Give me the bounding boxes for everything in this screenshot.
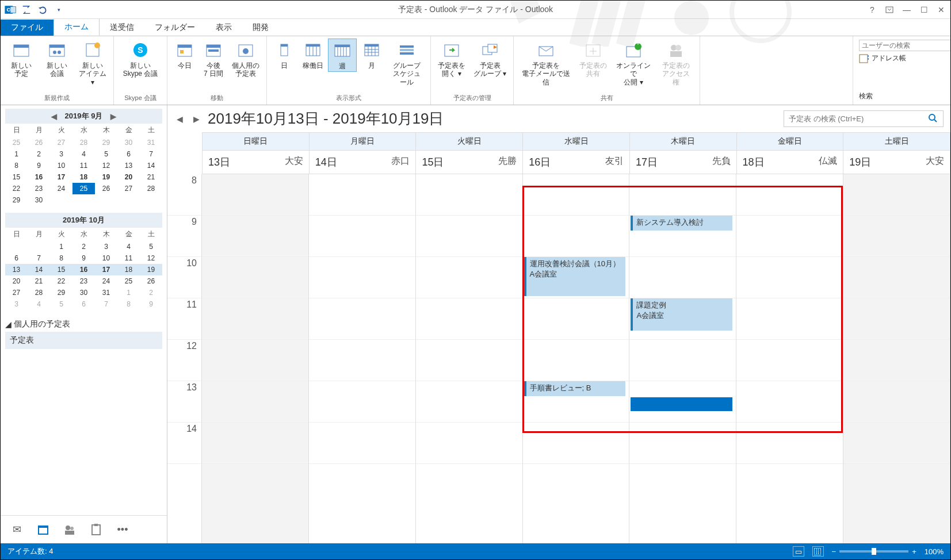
day-col-mon[interactable] (309, 174, 416, 543)
svg-point-66 (70, 527, 74, 530)
event-review[interactable]: 手順書レビュー; B (524, 381, 626, 396)
mail-nav-icon[interactable]: ✉ (10, 523, 24, 536)
ribbon-options-icon[interactable] (884, 4, 895, 16)
day-col-tue[interactable] (416, 174, 523, 543)
people-search-input[interactable] (859, 40, 951, 51)
svg-rect-41 (365, 44, 379, 47)
my-calendars-header[interactable]: ◢個人用の予定表 (5, 319, 162, 329)
group-skype: Skype 会議 (117, 93, 163, 103)
view-reading-icon[interactable]: ⿲ (812, 546, 824, 557)
svg-rect-68 (92, 525, 100, 535)
group-schedule-button[interactable]: グループ スケジュール (387, 39, 427, 87)
prev-week-icon[interactable]: ◀ (174, 114, 185, 124)
new-items-button[interactable]: 新しい アイテム ▾ (75, 39, 110, 87)
day-col-sun[interactable] (202, 174, 309, 543)
next-week-icon[interactable]: ▶ (191, 114, 202, 124)
group-arrange: 表示形式 (270, 93, 427, 103)
today-button[interactable]: 今日 (171, 39, 198, 71)
svg-point-16 (94, 43, 100, 48)
qat-dropdown-icon[interactable]: ▾ (52, 3, 65, 16)
svg-text:S: S (138, 45, 143, 55)
view-normal-icon[interactable]: ▭ (793, 546, 804, 557)
svg-rect-59 (670, 51, 682, 57)
close-icon[interactable]: ✕ (935, 4, 947, 16)
sidebar: ◀2019年 9月▶ 日月火水木金土 25262728293031 123456… (1, 105, 167, 543)
calendar-search (784, 110, 944, 127)
open-calendar-button[interactable]: 予定表を 開く ▾ (434, 39, 469, 79)
new-meeting-button[interactable]: 新しい 会議 (40, 39, 74, 79)
day-col-sat[interactable] (843, 174, 950, 543)
help-icon[interactable]: ? (866, 4, 878, 16)
group-new: 新規作成 (4, 93, 110, 103)
zoom-level[interactable]: 100% (925, 547, 944, 556)
tab-send-receive[interactable]: 送受信 (100, 20, 144, 36)
personal-calendar-button[interactable]: 個人用の 予定表 (228, 39, 263, 79)
zoom-slider[interactable]: − + (832, 547, 916, 556)
ribbon: 新しい 予定 新しい 会議 新しい アイテム ▾ 新規作成 S新しい Skype… (1, 36, 950, 105)
calendar-nav-icon[interactable] (36, 523, 50, 536)
svg-rect-24 (208, 49, 219, 52)
new-appointment-button[interactable]: 新しい 予定 (4, 39, 39, 79)
month-view-button[interactable]: 月 (358, 39, 385, 71)
svg-rect-69 (94, 524, 98, 526)
day-col-fri[interactable] (736, 174, 843, 543)
send-receive-icon[interactable] (20, 3, 33, 16)
share-calendar-button: 予定表の 共有 (576, 39, 610, 79)
day-view-button[interactable]: 日 (270, 39, 298, 71)
publish-online-button[interactable]: オンラインで 公開 ▾ (612, 39, 655, 87)
calendar-search-input[interactable] (784, 112, 922, 125)
undo-icon[interactable] (36, 3, 49, 16)
group-share: 共有 (517, 93, 696, 103)
next-month-icon[interactable]: ▶ (107, 112, 120, 121)
svg-rect-8 (886, 7, 893, 13)
week-view-button[interactable]: 週 (328, 39, 357, 72)
prev-month-icon[interactable]: ◀ (48, 112, 60, 121)
next-7-days-button[interactable]: 今後 7 日間 (200, 39, 227, 79)
svg-point-13 (53, 51, 56, 54)
svg-point-70 (929, 114, 935, 120)
date-range: 2019年10月13日 - 2019年10月19日 (208, 109, 444, 129)
svg-point-58 (675, 45, 681, 51)
event-new-system[interactable]: 新システム導入検討 (631, 216, 732, 231)
work-week-view-button[interactable]: 稼働日 (299, 39, 327, 71)
calendar-item[interactable]: 予定表 (5, 332, 162, 349)
minimize-icon[interactable]: — (901, 4, 912, 16)
address-book-button[interactable]: アドレス帳 (859, 53, 945, 63)
svg-rect-61 (868, 55, 869, 57)
item-count: アイテム数: 4 (7, 546, 53, 557)
maximize-icon[interactable]: ☐ (918, 4, 930, 16)
svg-rect-47 (400, 45, 414, 48)
svg-point-14 (58, 51, 61, 54)
svg-rect-62 (868, 58, 869, 60)
time-grid: 891011121314 運用改善検討会議（10月） A会議室 手順書レビュー;… (167, 174, 950, 543)
zoom-out-icon[interactable]: − (832, 547, 837, 556)
zoom-in-icon[interactable]: + (912, 547, 916, 556)
title-bar: O ▾ 予定表 - Outlook データ ファイル - Outlook ? —… (1, 1, 950, 19)
email-calendar-button[interactable]: 予定表を 電子メールで送信 (517, 39, 575, 87)
more-nav-icon[interactable]: ••• (116, 523, 129, 536)
tab-view[interactable]: 表示 (205, 20, 242, 36)
window-title: 予定表 - Outlook データ ファイル - Outlook (398, 5, 553, 15)
status-bar: アイテム数: 4 ▭ ⿲ − + 100% (1, 543, 950, 559)
day-col-thu[interactable]: 新システム導入検討 課題定例 A会議室 (629, 174, 736, 543)
tab-developer[interactable]: 開発 (242, 20, 279, 36)
day-headers: 日曜日月曜日火曜日水曜日木曜日金曜日土曜日 (202, 132, 950, 151)
event-selected[interactable] (631, 397, 732, 411)
tab-folder[interactable]: フォルダー (144, 20, 205, 36)
day-col-wed[interactable]: 運用改善検討会議（10月） A会議室 手順書レビュー; B (523, 174, 630, 543)
search-icon[interactable] (922, 111, 943, 126)
tasks-nav-icon[interactable] (89, 523, 103, 536)
svg-rect-2 (10, 6, 16, 13)
group-find: 検索 (859, 91, 945, 101)
svg-rect-67 (65, 531, 74, 535)
tab-home[interactable]: ホーム (54, 18, 100, 36)
tab-file[interactable]: ファイル (1, 20, 54, 36)
date-headers: 13日大安 14日赤口 15日先勝 16日友引 17日先負 18日仏滅 19日大… (202, 151, 950, 174)
calendar-pane: ◢個人用の予定表 予定表 (1, 313, 167, 355)
calendar-groups-button[interactable]: 予定表 グループ ▾ (470, 39, 510, 79)
people-nav-icon[interactable] (63, 523, 77, 536)
event-kadai[interactable]: 課題定例 A会議室 (631, 298, 732, 331)
event-meeting[interactable]: 運用改善検討会議（10月） A会議室 (524, 257, 626, 296)
new-skype-meeting-button[interactable]: S新しい Skype 会議 (117, 39, 163, 79)
main-area: ◀2019年 9月▶ 日月火水木金土 25262728293031 123456… (1, 105, 950, 543)
